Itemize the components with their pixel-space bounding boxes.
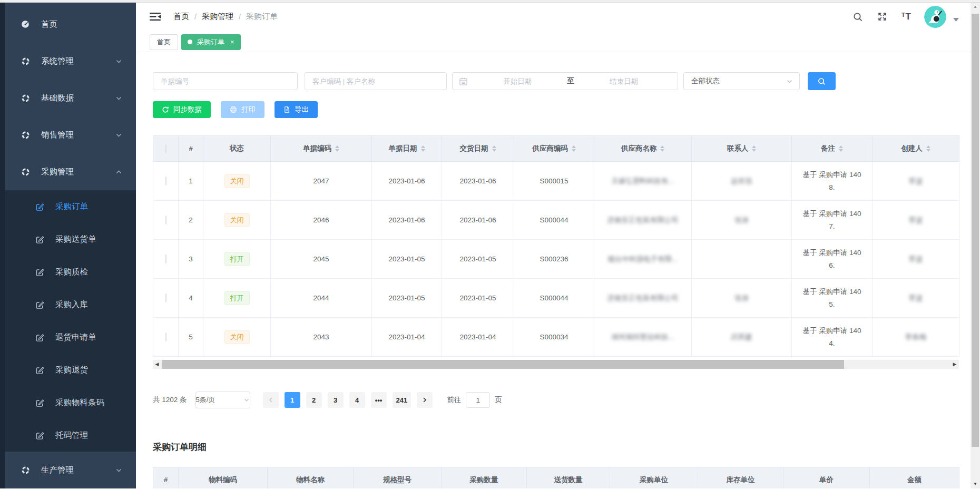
detail-column-header: 库存单位 [698,467,783,489]
sidebar-item-label: 退货申请单 [55,332,96,343]
scroll-left-icon[interactable]: ◀ [153,360,161,369]
doc-no-input[interactable] [153,72,298,90]
scroll-down-icon[interactable]: ▼ [971,482,980,486]
sidebar-item-label: 系统管理 [41,56,74,67]
cell-creator: 李春梅 [873,318,959,357]
start-date-input[interactable] [470,77,565,85]
sort-icon[interactable] [421,145,425,152]
end-date-input[interactable] [576,77,671,85]
column-header-delivery_date[interactable]: 交货日期 [442,136,514,162]
scroll-right-icon[interactable]: ▶ [950,360,959,369]
sidebar-item-production[interactable]: 生产管理 [0,452,136,488]
date-range-picker[interactable]: 至 [452,72,678,90]
column-header-remark[interactable]: 备注 [792,136,873,162]
breadcrumb-item[interactable]: 首页 [173,12,189,22]
column-header-status: 状态 [203,136,271,162]
vertical-scrollbar-thumb[interactable] [972,14,979,447]
sort-icon[interactable] [492,145,496,152]
avatar[interactable] [924,6,946,28]
status-select[interactable]: 全部状态 [683,72,800,90]
sidebar-item-system[interactable]: 系统管理 [0,43,136,80]
row-checkbox[interactable] [165,332,166,341]
sort-icon[interactable] [926,145,930,152]
sidebar-item-purchase-delivery[interactable]: 采购送货单 [0,223,136,256]
search-icon [817,77,826,86]
column-label: 单据日期 [389,144,417,152]
sidebar-item-purchase-material-barcode[interactable]: 采购物料条码 [0,386,136,419]
sidebar-collapse-icon[interactable] [150,12,161,21]
column-label: 联系人 [727,144,749,152]
column-header-creator[interactable]: 创建人 [873,136,959,162]
sidebar-item-return-request[interactable]: 退货申请单 [0,321,136,354]
column-label: 供应商名称 [621,144,657,152]
search-icon[interactable] [852,12,863,22]
search-button[interactable] [808,72,836,90]
sidebar-item-label: 托码管理 [55,430,88,441]
horizontal-scrollbar[interactable]: ◀ ▶ [153,360,959,369]
cell-select [153,162,179,201]
row-checkbox[interactable] [165,255,166,263]
row-checkbox[interactable] [165,177,166,185]
aperture-icon [19,168,31,177]
page-button-241[interactable]: 241 [393,392,411,408]
cell-status: 关闭 [203,318,271,357]
horizontal-scrollbar-thumb[interactable] [162,360,844,369]
cell-delivery_date: 2023-01-05 [442,240,514,279]
cell-creator: 李波 [873,162,959,201]
cell-select [153,240,179,279]
table-row: 3打开20452023-01-052023-01-05S000236烟台中科源电… [153,240,959,279]
sidebar-item-base-data[interactable]: 基础数据 [0,80,136,116]
scroll-up-icon[interactable]: ▲ [971,4,980,9]
sidebar-item-home[interactable]: 首页 [0,6,136,43]
sort-icon[interactable] [572,145,576,152]
sort-icon[interactable] [752,145,756,152]
sidebar-item-purchase-qc[interactable]: 采购质检 [0,256,136,288]
column-header-doc_date[interactable]: 单据日期 [372,136,442,162]
print-button[interactable]: 打印 [221,101,264,118]
customer-input[interactable] [305,72,447,90]
more-pages-button[interactable]: ••• [371,392,387,408]
page-button-1[interactable]: 1 [285,392,300,408]
sidebar-item-pallet-management[interactable]: 托码管理 [0,419,136,452]
caret-down-icon[interactable] [953,18,959,22]
detail-section-title: 采购订单明细 [153,441,959,453]
row-checkbox[interactable] [165,294,166,302]
column-header-doc_no[interactable]: 单据编码 [271,136,372,162]
next-page-button[interactable] [417,392,433,408]
tab-采购订单[interactable]: 采购订单× [181,34,241,50]
header-select-all [153,136,179,162]
column-header-supplier_code[interactable]: 供应商编码 [514,136,594,162]
goto-page-input[interactable] [466,392,490,408]
page-button-2[interactable]: 2 [306,392,322,408]
sync-data-button[interactable]: 同步数据 [153,101,211,118]
tab-首页[interactable]: 首页 [150,34,178,50]
cell-supplier_code: S000236 [514,240,594,279]
cell-select [153,201,179,240]
close-icon[interactable]: × [230,38,234,46]
page-size-select[interactable]: 5条/页 [195,392,250,408]
column-header-supplier_name[interactable]: 供应商名称 [594,136,692,162]
fullscreen-icon[interactable] [877,12,887,22]
column-header-contact[interactable]: 联系人 [692,136,792,162]
sidebar-item-purchase-inbound[interactable]: 采购入库 [0,288,136,321]
breadcrumb-item[interactable]: 采购管理 [202,12,233,22]
supplier_name-value: 天缘弘塑料科技有... [611,177,674,185]
select-all-checkbox[interactable] [165,144,166,153]
sidebar-item-purchase[interactable]: 采购管理 [0,153,136,190]
row-checkbox[interactable] [165,216,166,224]
sort-icon[interactable] [839,145,843,152]
page-button-4[interactable]: 4 [349,392,365,408]
prev-page-button[interactable] [263,392,279,408]
sort-icon[interactable] [335,145,339,152]
sort-icon[interactable] [660,145,664,152]
detail-column-header: 规格型号 [354,467,442,489]
font-size-icon[interactable]: TT [901,12,912,22]
vertical-scrollbar[interactable]: ▲ ▼ [971,3,980,488]
page-button-3[interactable]: 3 [328,392,344,408]
cell-supplier_name: 济南安正包装有限公司 [594,201,692,240]
sidebar-item-purchase-order[interactable]: 采购订单 [0,190,136,223]
export-button[interactable]: 导出 [275,101,318,118]
sidebar-item-purchase-return[interactable]: 采购退货 [0,354,136,386]
cell-idx: 1 [179,162,203,201]
sidebar-item-sales[interactable]: 销售管理 [0,116,136,153]
